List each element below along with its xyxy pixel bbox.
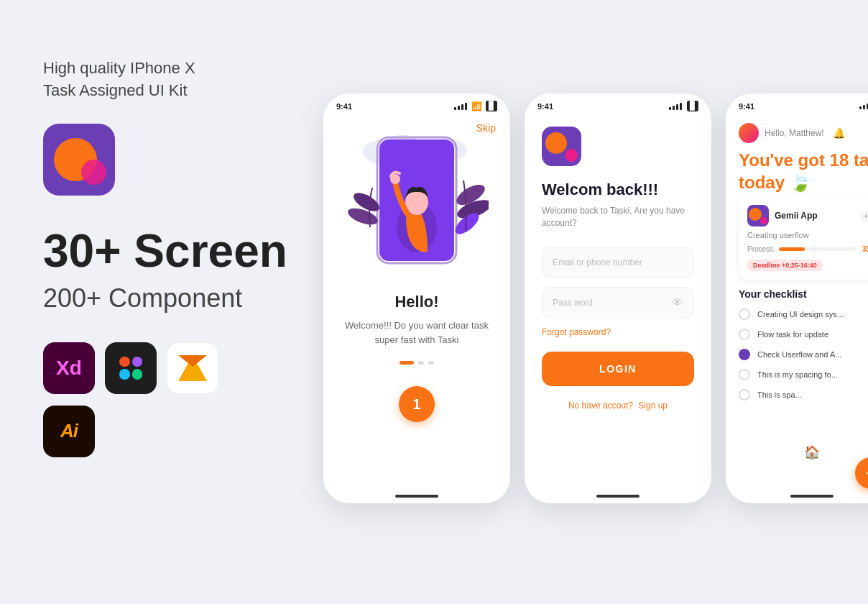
dot-inactive-1 [418,361,424,365]
check-circle-3[interactable] [739,349,750,360]
check-circle-2[interactable] [739,329,750,340]
figma-dot-blue [119,369,130,380]
progress-row: Process 33% [747,245,868,253]
time-2: 9:41 [537,102,553,111]
ai-icon-row: Ai [43,406,316,457]
time-3: 9:41 [739,102,754,111]
status-icons-2: ▊ [669,101,698,111]
hello-illustration [345,123,489,281]
welcome-label: Welcome!!! Do you want clear task super … [338,319,496,347]
forgot-password-link[interactable]: Forgot password? [542,327,694,337]
home-indicator-1 [395,495,438,498]
status-icons-3: ▊ [859,101,868,111]
tool-icons-row: Xd [43,342,316,394]
progress-bar-fill [779,247,805,251]
phone3-content: Hello, Matthew! 🔔 You've got 18 ta...tod… [726,116,868,416]
password-input[interactable]: Pass word 👁 [542,287,694,319]
status-icons-1: 📶 ▊ [454,101,497,111]
figma-dot-violet [132,357,143,367]
task-label: Creating userflow [747,231,868,239]
check-circle-4[interactable] [739,369,750,380]
deadline-tag: Deadline +0,25-16:40 [747,260,823,271]
figma-icon [105,342,157,394]
next-button[interactable]: 1 [399,386,435,422]
check-circle-1[interactable] [739,308,750,320]
icon-circle-pink [81,160,106,185]
screens-count: 30+ Screen [43,224,316,278]
greeting-text: Hello, Matthew! [765,128,824,138]
components-count: 200+ Component [43,283,316,314]
checklist-item-5: This is spa... [739,389,868,401]
ai-icon: Ai [43,406,95,457]
home-indicator-2 [596,495,640,498]
time-1: 9:41 [336,102,352,111]
sketch-icon [167,342,218,394]
home-indicator-3 [790,495,834,498]
status-bar-1: 9:41 📶 ▊ [323,93,510,116]
dots-indicator [400,361,434,365]
status-bar-2: 9:41 ▊ [525,93,711,116]
phones-area: 9:41 📶 ▊ Skip [323,93,868,503]
greeting-row: Hello, Matthew! 🔔 [739,123,868,143]
phone-tasks-screen: 9:41 ▊ Hello, Matthew! 🔔 You've got 18 t… [726,93,868,503]
welcom-title: Welcom back!!! [542,180,694,199]
email-input[interactable]: Email or phone number [542,247,694,278]
phone-login-screen: 9:41 ▊ Welcom back!!! Welcome back to Ta… [525,93,711,503]
eye-icon[interactable]: 👁 [672,296,683,309]
login-subtitle: Welcome back to Taski, Are you have acco… [542,205,694,229]
process-label: Process [747,245,773,253]
signup-link[interactable]: Sign up [638,401,668,411]
phone2-app-logo [542,127,581,166]
password-placeholder: Pass word [553,298,593,308]
home-icon[interactable]: 🏠 [804,444,820,460]
checklist-item-2: Flow task for update [739,329,868,340]
task-app-name: Gemii App [775,211,818,221]
figma-dot-red [119,357,130,367]
checklist-title: Your checklist [739,288,868,300]
phone1-content: Hello! Welcome!!! Do you want clear task… [323,293,510,422]
tasks-title: You've got 18 ta...today 🍃 [739,149,868,193]
bell-notification: 🔔 [833,127,845,139]
skip-button[interactable]: Skip [476,122,496,134]
xd-icon: Xd [43,342,95,394]
checklist-item-1: Creating UI design sys... [739,308,868,320]
progress-pct: 33% [862,245,868,253]
checklist-item-3: Check Userflow and A... [739,349,868,360]
figma-dot-green [132,369,143,380]
hello-label: Hello! [394,293,438,311]
user-avatar [739,123,759,143]
checklist-item-4: This is my spacing fo... [739,369,868,380]
phone-hello-screen: 9:41 📶 ▊ Skip [323,93,510,503]
signup-row: No have accout? Sign up [542,401,694,411]
task-card: Gemii App +2 Creating userflow Process 3… [739,196,868,280]
app-main-icon [43,124,115,196]
progress-bar-bg [779,247,857,251]
status-bar-3: 9:41 ▊ [726,93,868,116]
login-button[interactable]: LOGIN [542,352,694,386]
no-account-label: No have accout? [568,401,633,411]
dot-inactive-2 [428,361,434,365]
left-panel: High quality IPhone X Task Assigned UI K… [43,58,316,469]
check-circle-5[interactable] [739,389,750,401]
fab-add-button[interactable]: + [855,457,868,489]
phone2-content: Welcom back!!! Welcome back to Taski, Ar… [525,116,711,421]
task-app-icon [747,205,769,226]
page-title: High quality IPhone X Task Assigned UI K… [43,58,316,102]
email-placeholder: Email or phone number [553,257,642,267]
dot-active [400,361,414,365]
task-count-badge: +2 [860,211,868,221]
